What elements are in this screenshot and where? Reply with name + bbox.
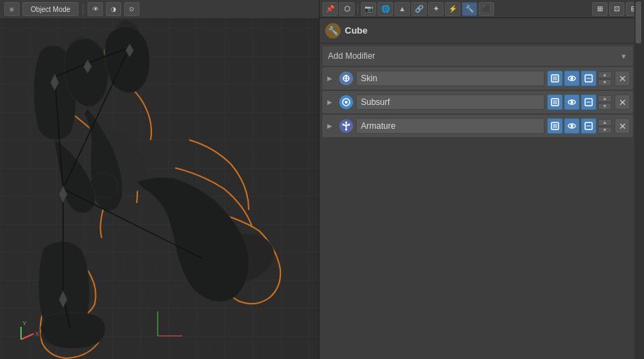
modifier-row-skin: ▶ ▲ ▼ ✕ (322, 67, 633, 90)
armature-expand-btn[interactable]: ▶ (322, 115, 336, 137)
skin-modifier-icon (339, 71, 353, 85)
subsurf-visibility-btn[interactable] (564, 94, 580, 110)
object-data-icon[interactable]: ⬡ (339, 2, 355, 16)
svg-rect-53 (553, 100, 557, 104)
viewport-header: ≡ Object Mode 👁 ◑ ⊙ (0, 0, 319, 18)
skin-visibility-btn[interactable] (564, 71, 580, 86)
properties-panel: 📌 ⬡ 📷 🌐 ▲ 🔗 ✦ ⚡ 🔧 ⬛ ⊞ ⊡ ⊟ 🔧 Cube Add Mod… (319, 0, 644, 359)
object-name: Cube (345, 25, 368, 36)
viewport-type[interactable]: 👁 (88, 2, 103, 16)
subsurf-move-down-btn[interactable]: ▼ (598, 103, 612, 110)
armature-modifier-buttons: ▲ ▼ ✕ (544, 118, 633, 134)
svg-rect-66 (553, 124, 557, 128)
particles-icon[interactable]: ✦ (428, 2, 444, 16)
svg-point-62 (343, 124, 345, 126)
scene-icon[interactable]: 📷 (361, 2, 376, 16)
svg-point-64 (345, 129, 348, 131)
svg-line-9 (112, 245, 126, 359)
skin-modifier-buttons: ▲ ▼ ✕ (544, 71, 633, 86)
pin-icon[interactable]: 📌 (322, 2, 338, 16)
viewport-shading[interactable]: ◑ (106, 2, 121, 16)
skin-move-down-btn[interactable]: ▼ (598, 79, 612, 86)
armature-move-up-btn[interactable]: ▲ (598, 119, 612, 126)
3d-viewport[interactable]: X Y ≡ Object Mode 👁 ◑ ⊙ (0, 0, 319, 359)
subsurf-modifier-buttons: ▲ ▼ ✕ (544, 94, 633, 110)
armature-modifier-icon (339, 119, 353, 133)
toolbar-left: 📌 ⬡ 📷 🌐 ▲ 🔗 ✦ ⚡ 🔧 ⬛ (322, 2, 494, 16)
armature-edit-btn[interactable] (581, 118, 596, 134)
viewport-mode[interactable]: Object Mode (22, 2, 78, 16)
skin-updown-group: ▲ ▼ (598, 71, 612, 86)
subsurf-delete-btn[interactable]: ✕ (615, 94, 630, 110)
subsurf-updown-group: ▲ ▼ (598, 95, 612, 110)
scrollbar-thumb[interactable] (636, 1, 641, 43)
object-header: 🔧 Cube (320, 18, 644, 43)
subsurf-expand-btn[interactable]: ▶ (322, 91, 336, 113)
svg-rect-45 (553, 76, 557, 80)
svg-point-68 (570, 125, 573, 127)
svg-point-51 (345, 101, 348, 104)
armature-delete-btn[interactable]: ✕ (615, 118, 630, 134)
svg-point-55 (570, 101, 573, 104)
modifiers-panel: Add Modifier ▼ ▶ ▲ (320, 43, 644, 359)
subsurf-move-up-btn[interactable]: ▲ (598, 95, 612, 102)
svg-point-63 (348, 124, 350, 126)
scrollbar-track[interactable] (634, 0, 644, 359)
modifier-row-armature: ▶ (322, 115, 633, 137)
modifier-row-subsurf: ▶ ▲ ▼ ✕ (322, 91, 633, 113)
svg-text:Y: Y (22, 320, 27, 327)
subsurf-render-btn[interactable] (547, 94, 563, 110)
viewport-overlay[interactable]: ⊙ (124, 2, 139, 16)
add-modifier-dropdown-icon: ▼ (620, 52, 627, 60)
svg-text:X: X (35, 330, 39, 337)
data-icon[interactable]: ⬛ (479, 2, 494, 16)
properties-toolbar: 📌 ⬡ 📷 🌐 ▲ 🔗 ✦ ⚡ 🔧 ⬛ ⊞ ⊡ ⊟ (320, 0, 644, 18)
svg-point-47 (570, 77, 573, 80)
add-modifier-button[interactable]: Add Modifier ▼ (322, 46, 633, 66)
armature-updown-group: ▲ ▼ (598, 119, 612, 134)
skin-name-input[interactable] (356, 71, 544, 86)
viewport-menu-icon[interactable]: ≡ (4, 2, 20, 16)
svg-point-61 (345, 122, 348, 124)
svg-line-35 (21, 334, 34, 339)
modifier-icon-btn[interactable]: 🔧 (462, 2, 477, 16)
subsurf-name-input[interactable] (356, 94, 544, 110)
skin-render-btn[interactable] (547, 71, 563, 86)
physics-icon[interactable]: ⚡ (445, 2, 460, 16)
svg-line-10 (137, 245, 161, 359)
extra-icon2[interactable]: ⊡ (609, 2, 624, 16)
armature-move-down-btn[interactable]: ▼ (598, 127, 612, 134)
armature-name-input[interactable] (356, 118, 544, 134)
subsurf-edit-btn[interactable] (581, 94, 596, 110)
world-icon[interactable]: 🌐 (378, 2, 393, 16)
skin-edit-btn[interactable] (581, 71, 596, 86)
subsurf-modifier-icon (339, 95, 353, 109)
add-modifier-label: Add Modifier (328, 51, 375, 61)
skin-expand-btn[interactable]: ▶ (322, 67, 336, 90)
skin-move-up-btn[interactable]: ▲ (598, 71, 612, 78)
armature-visibility-btn[interactable] (564, 118, 580, 134)
extra-icon1[interactable]: ⊞ (592, 2, 608, 16)
3d-scene: X Y (0, 0, 319, 359)
skin-delete-btn[interactable]: ✕ (615, 71, 630, 86)
constraints-icon[interactable]: 🔗 (411, 2, 427, 16)
object-icon-btn[interactable]: ▲ (395, 2, 410, 16)
modifier-wrench-icon: 🔧 (325, 23, 341, 38)
armature-render-btn[interactable] (547, 118, 563, 134)
